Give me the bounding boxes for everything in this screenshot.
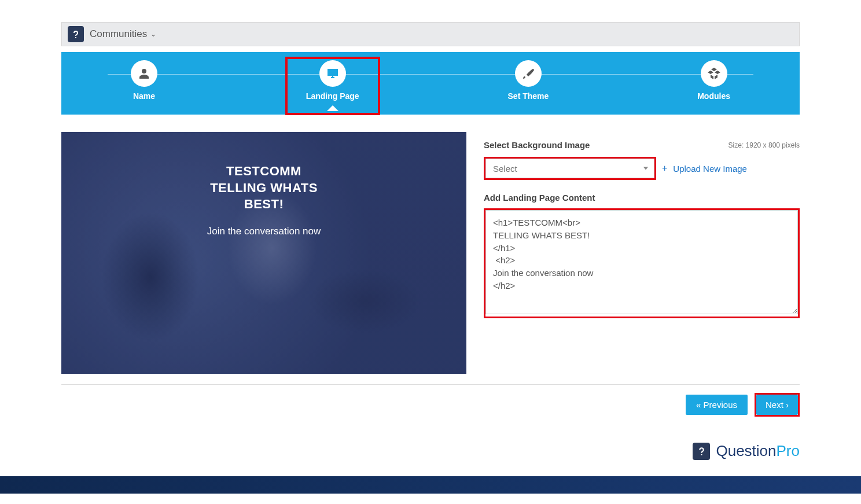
add-content-label: Add Landing Page Content [484, 193, 800, 203]
background-image-select[interactable]: Select [485, 159, 654, 178]
brand-word-a: Question [716, 442, 776, 459]
next-button-highlight: Next › [755, 393, 800, 417]
communities-dropdown-label: Communities [90, 28, 147, 40]
wizard-step-landing-page[interactable]: Landing Page [306, 60, 359, 101]
page-bottom-bar [0, 476, 861, 494]
plus-icon: + [662, 163, 667, 174]
landing-page-content-textarea[interactable] [485, 210, 798, 314]
person-icon [131, 60, 157, 87]
active-step-indicator-icon [327, 105, 338, 111]
landing-page-preview: TESTCOMM TELLING WHATS BEST! Join the co… [61, 132, 466, 374]
wizard-step-label: Landing Page [306, 91, 359, 101]
wizard-step-label: Name [133, 91, 155, 101]
wizard-step-label: Set Theme [508, 91, 549, 101]
next-button[interactable]: Next › [756, 395, 798, 415]
background-select-value: Select [493, 164, 517, 174]
cubes-icon [701, 60, 727, 87]
communities-dropdown[interactable]: Communities ⌄ [90, 28, 156, 40]
chevron-down-icon: ⌄ [150, 30, 156, 38]
top-bar: Communities ⌄ [61, 22, 800, 46]
wizard-step-label: Modules [697, 91, 730, 101]
landing-page-controls: Select Background Image Size: 1920 x 800… [484, 132, 800, 318]
brand-word-b: Pro [777, 442, 800, 459]
preview-heading: TESTCOMM TELLING WHATS BEST! [73, 163, 455, 213]
wizard-footer: « Previous Next › [61, 384, 800, 425]
brush-icon [515, 60, 542, 87]
preview-subheading: Join the conversation now [73, 226, 455, 237]
previous-button[interactable]: « Previous [686, 395, 748, 415]
brand-wordmark: QuestionPro [716, 442, 800, 460]
wizard-header: Name Landing Page Set Theme Modules [61, 52, 800, 115]
wizard-step-name[interactable]: Name [131, 60, 157, 101]
brand-logo-icon [693, 443, 710, 460]
content-textarea-highlight [484, 208, 800, 318]
select-background-label: Select Background Image [484, 140, 590, 150]
monitor-icon [319, 60, 346, 87]
background-select-highlight: Select [484, 157, 656, 180]
wizard-step-set-theme[interactable]: Set Theme [508, 60, 549, 101]
brand-mark-icon [68, 26, 84, 42]
questionpro-brand: QuestionPro [61, 442, 800, 460]
upload-new-image-link[interactable]: Upload New Image [673, 164, 747, 174]
wizard-step-modules[interactable]: Modules [697, 60, 730, 101]
main-content: TESTCOMM TELLING WHATS BEST! Join the co… [61, 132, 800, 374]
background-size-hint: Size: 1920 x 800 pixels [728, 141, 800, 149]
